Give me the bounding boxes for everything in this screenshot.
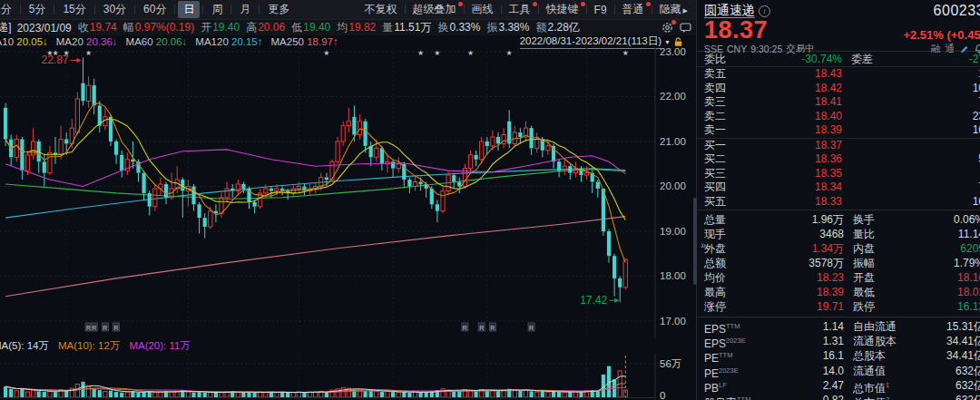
panel-collapse-handle[interactable]: »: [701, 238, 710, 252]
bid-volume: [842, 139, 980, 153]
y-axis-tick: 18.00: [660, 270, 686, 281]
tab-period-日[interactable]: 日: [178, 1, 200, 18]
detail-value: 3468: [748, 227, 844, 241]
info-field-label: 开: [201, 21, 211, 34]
tab-period-周[interactable]: 周: [206, 1, 228, 18]
panel-scroll-strip[interactable]: [693, 198, 697, 285]
info-field-label: 低: [291, 21, 302, 34]
divider: [202, 5, 203, 15]
detail-value: 1.79%: [907, 256, 980, 270]
detail-row: 外盘1.34万内盘6209: [697, 241, 980, 256]
candlestick-chart[interactable]: 23.0022.0021.0020.0019.0018.0017.00★★★★★…: [0, 48, 696, 338]
tab-period-30分[interactable]: 30分: [98, 1, 132, 18]
bid-row[interactable]: 买一18.37: [697, 138, 980, 153]
ma-indicator-MA250: MA250 18.97↑: [271, 36, 338, 47]
period-tabs: 1分5分15分30分60分日周月更多: [0, 0, 296, 19]
ask-row[interactable]: 卖四18.4210: [697, 82, 980, 96]
bid-volume: 16: [842, 195, 980, 210]
toolbar-button-超级叠加[interactable]: 超级叠加: [408, 1, 461, 18]
chevron-down-icon: ▼: [664, 39, 671, 45]
bid-row[interactable]: 买四18.347: [697, 180, 980, 195]
volume-chart[interactable]: 56万0: [0, 354, 696, 400]
weicha-value: -27: [891, 52, 980, 66]
quote-panel: 圆通速递 i 600233 18.37 +2.51% (+0.45) SSE C…: [696, 0, 980, 400]
settings-gear-icon[interactable]: [662, 22, 673, 34]
label-superscript: 2023E: [719, 366, 739, 375]
ask-row[interactable]: 卖三18.417: [697, 95, 980, 110]
notification-dot: [646, 2, 651, 6]
toolbar-button-画线[interactable]: 画线: [467, 1, 498, 18]
message-chat-icon[interactable]: [680, 22, 691, 34]
ma-indicator-MA120: MA120 20.15↑: [195, 36, 262, 47]
date-range-selector[interactable]: 2022/08/31-2023/02/21(113日) ▼: [520, 34, 683, 49]
info-icon[interactable]: i: [759, 5, 770, 17]
toolbar-button-隐藏[interactable]: 隐藏▶: [655, 1, 692, 18]
tab-period-60分[interactable]: 60分: [138, 1, 172, 18]
bid-row[interactable]: 买三18.35: [697, 167, 980, 181]
bid-row[interactable]: 买二18.365: [697, 152, 980, 167]
ma-label: MA120: [195, 36, 231, 47]
tab-period-15分[interactable]: 15分: [57, 1, 91, 18]
tab-period-1分[interactable]: 1分: [0, 1, 17, 18]
ask-row[interactable]: 卖一18.3916: [697, 123, 980, 138]
stock-name-prefix: [圆通速递]: [0, 20, 12, 35]
info-field-换: 换0.33%: [437, 20, 480, 35]
info-fields: 收19.74幅0.97%(0.19)开19.40高20.06低19.40均19.…: [78, 20, 586, 35]
toolbar-button-普通[interactable]: 普通: [618, 1, 649, 18]
ma-value: 20.06↓: [156, 36, 188, 47]
ask-label: 卖五: [704, 67, 751, 82]
edit-pencil-icon[interactable]: [959, 44, 969, 54]
detail-value: 1.34万: [748, 241, 844, 256]
volume-axis-zero: 0: [660, 390, 665, 400]
info-bar-icons: [662, 22, 691, 34]
divider: [405, 5, 406, 15]
ma-value: 18.97↑: [307, 36, 338, 47]
alert-bell-icon[interactable]: [974, 44, 980, 54]
bid-price: 18.35: [751, 167, 842, 181]
info-field-幅: 幅0.97%(0.19): [123, 20, 194, 35]
toolbar-button-不复权[interactable]: 不复权: [360, 1, 402, 18]
toolbar-button-工具[interactable]: 工具: [505, 1, 535, 18]
unlock-icon[interactable]: [673, 36, 683, 47]
volume-ma-label: MA(20):: [129, 340, 169, 351]
volume-ma-MA(5):: MA(5): 14万: [0, 339, 49, 353]
detail-label: 最低: [844, 285, 907, 299]
ma-label: MA60: [126, 36, 156, 47]
volume-ma-value: 12万: [98, 340, 120, 351]
detail-value: 6209: [907, 241, 980, 256]
ask-volume: 1: [842, 67, 980, 82]
ask-row[interactable]: 卖二18.4023: [697, 110, 980, 124]
info-field-收: 收19.74: [78, 20, 117, 35]
star-marker-icon: ★: [506, 49, 513, 57]
detail-value: 18.16: [907, 270, 980, 285]
info-field-label: 振: [486, 21, 497, 34]
fundamental-value: 632亿: [920, 393, 980, 400]
ask-price: 18.41: [751, 95, 842, 110]
tab-period-月[interactable]: 月: [234, 1, 256, 18]
bid-label: 买三: [704, 167, 751, 181]
detail-label: 振幅: [844, 256, 907, 270]
volume-ma-MA(20):: MA(20): 11万: [129, 339, 191, 353]
star-marker-icon: ★: [323, 49, 329, 57]
detail-label: 总额: [704, 256, 748, 270]
bid-row[interactable]: 买五18.3316: [697, 195, 980, 210]
tab-period-更多[interactable]: 更多: [262, 1, 295, 18]
detail-label: 换手: [844, 212, 907, 227]
tab-period-5分[interactable]: 5分: [24, 1, 52, 18]
stock-code: 600233: [934, 3, 980, 19]
divider: [54, 5, 54, 15]
weibi-weicha-row: 委比-30.74%委差-27: [697, 52, 980, 67]
info-field-value: 3.38%: [498, 21, 529, 34]
toolbar-button-F9[interactable]: F9: [590, 3, 612, 17]
ask-row[interactable]: 卖五18.431: [697, 67, 980, 82]
ma-value: 20.05↓: [16, 36, 48, 47]
detail-label: 跌停: [844, 299, 907, 314]
divider: [538, 5, 539, 15]
bid-volume: 7: [842, 180, 980, 195]
toolbar-button-快捷键[interactable]: 快捷键: [542, 1, 583, 18]
y-axis-tick: 22.00: [660, 91, 686, 102]
ma-label: MA20: [56, 36, 86, 47]
period-toolbar: 1分5分15分30分60分日周月更多 不复权超级叠加画线工具快捷键F9普通隐藏▶: [0, 0, 696, 20]
ma-label: MA250: [271, 36, 308, 47]
ma-indicator-MA60: MA60 20.06↓: [126, 36, 188, 47]
